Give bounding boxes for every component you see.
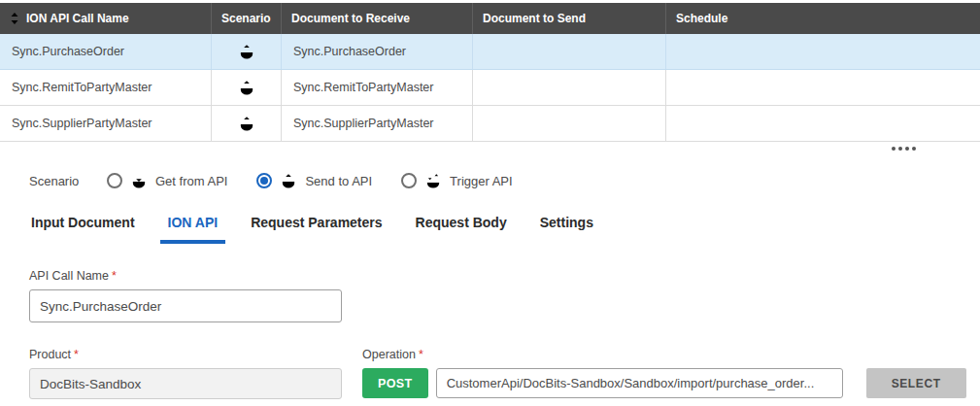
drag-handle-dots-icon[interactable] [892, 147, 916, 151]
ion-api-configuration-page: ION API Call Name Scenario Document to R… [0, 3, 980, 406]
ion-api-form: API Call Name* Product* Operation* POST … [29, 269, 980, 399]
document-to-receive-cell: Sync.SupplierPartyMaster [293, 117, 434, 130]
column-header-scenario[interactable]: Scenario [212, 3, 282, 34]
scenario-option-label: Get from API [155, 174, 227, 188]
radio-checked[interactable] [256, 173, 272, 188]
table-row[interactable]: Sync.PurchaseOrder Sync.PurchaseOrder [0, 34, 980, 70]
column-header-document-to-receive[interactable]: Document to Receive [282, 3, 473, 34]
radio-unchecked[interactable] [401, 173, 417, 188]
send-to-api-icon [237, 116, 256, 132]
scenario-option-trigger-api[interactable]: Trigger API [401, 173, 513, 189]
api-call-name-cell: Sync.PurchaseOrder [12, 45, 124, 58]
trigger-api-icon [423, 173, 443, 189]
document-to-receive-cell: Sync.RemitToPartyMaster [293, 81, 433, 94]
tab-input-document[interactable]: Input Document [23, 215, 143, 244]
api-call-name-cell: Sync.RemitToPartyMaster [12, 81, 152, 94]
column-header-label: Document to Receive [291, 12, 410, 25]
operation-label: Operation* [362, 348, 966, 361]
field-label-text: Product [29, 348, 71, 361]
scenario-option-get-from-api[interactable]: Get from API [107, 173, 227, 189]
tab-request-parameters[interactable]: Request Parameters [243, 215, 389, 244]
column-header-document-to-send[interactable]: Document to Send [473, 3, 666, 34]
product-input[interactable] [29, 368, 342, 399]
http-method-badge: POST [362, 368, 428, 398]
api-call-name-label: API Call Name* [29, 269, 980, 283]
send-to-api-icon [237, 44, 256, 60]
column-header-ion-api-call-name[interactable]: ION API Call Name [0, 3, 212, 34]
column-header-schedule[interactable]: Schedule [666, 3, 980, 34]
tab-request-body[interactable]: Request Body [408, 215, 515, 244]
send-to-api-icon [237, 80, 256, 96]
operation-field: Operation* POST SELECT [362, 348, 966, 398]
sort-arrows-icon[interactable] [10, 12, 19, 25]
operation-controls: POST SELECT [362, 368, 966, 398]
required-asterisk: * [112, 269, 117, 283]
scenario-option-label: Trigger API [450, 174, 513, 188]
product-label: Product* [29, 348, 342, 361]
select-operation-button[interactable]: SELECT [866, 368, 966, 398]
api-call-name-cell: Sync.SupplierPartyMaster [12, 117, 152, 130]
radio-unchecked[interactable] [107, 173, 122, 188]
api-call-name-input[interactable] [29, 289, 342, 322]
table-footer [0, 142, 980, 151]
scenario-option-send-to-api[interactable]: Send to API [256, 173, 372, 189]
send-to-api-icon [279, 173, 298, 189]
scenario-group-label: Scenario [29, 174, 107, 188]
product-field: Product* [29, 348, 342, 399]
api-calls-table: ION API Call Name Scenario Document to R… [0, 3, 980, 142]
column-header-label: Schedule [676, 12, 727, 25]
operation-path-input[interactable] [436, 368, 843, 398]
scenario-radio-group: Scenario Get from API Send to API Trigge… [29, 170, 980, 191]
column-header-label: Scenario [221, 12, 271, 25]
column-header-label: ION API Call Name [26, 12, 129, 25]
field-label-text: API Call Name [29, 269, 109, 283]
scenario-option-label: Send to API [305, 174, 372, 188]
table-row[interactable]: Sync.SupplierPartyMaster Sync.SupplierPa… [0, 106, 980, 142]
required-asterisk: * [419, 348, 423, 361]
field-label-text: Operation [362, 348, 416, 361]
table-header-row: ION API Call Name Scenario Document to R… [0, 3, 980, 34]
tab-ion-api[interactable]: ION API [160, 215, 226, 244]
get-from-api-icon [129, 173, 149, 189]
product-operation-row: Product* Operation* POST SELECT [29, 348, 980, 399]
detail-tabs: Input Document ION API Request Parameter… [23, 215, 980, 244]
tab-settings[interactable]: Settings [532, 215, 601, 244]
required-asterisk: * [74, 348, 79, 361]
column-header-label: Document to Send [483, 12, 586, 25]
document-to-receive-cell: Sync.PurchaseOrder [293, 45, 406, 58]
table-row[interactable]: Sync.RemitToPartyMaster Sync.RemitToPart… [0, 70, 980, 106]
